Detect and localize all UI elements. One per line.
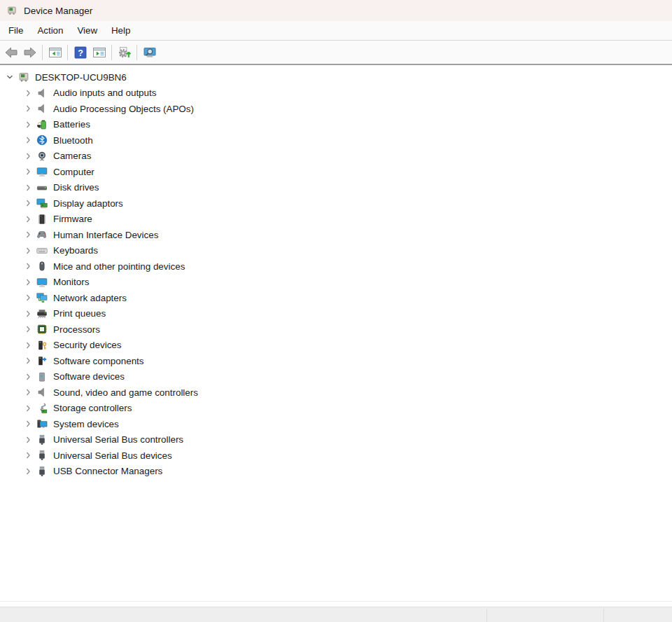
tree-item[interactable]: Audio inputs and outputs [0, 85, 672, 102]
chevron-right-icon[interactable] [21, 342, 35, 349]
chevron-right-icon[interactable] [21, 373, 35, 380]
chevron-right-icon[interactable] [21, 200, 35, 207]
usb-icon [35, 434, 49, 445]
window-bottom-edge [0, 601, 672, 607]
chevron-right-icon[interactable] [21, 184, 35, 191]
tree-item-label: Cameras [53, 151, 91, 161]
tree-item-label: Storage controllers [53, 403, 132, 413]
tree-item[interactable]: USB Connector Managers [0, 464, 672, 480]
computer-search-button[interactable] [140, 43, 159, 62]
forward-arrow-icon [23, 46, 37, 60]
tree-item[interactable]: Universal Serial Bus controllers [0, 432, 672, 448]
toolbar-separator [136, 45, 137, 60]
printer-icon [35, 307, 49, 319]
chevron-right-icon[interactable] [21, 310, 35, 317]
tree-item[interactable]: Firmware [0, 212, 672, 228]
tree-item[interactable]: Sound, video and game controllers [0, 385, 672, 401]
chevron-right-icon[interactable] [21, 279, 35, 286]
chevron-right-icon[interactable] [21, 294, 35, 301]
chevron-right-icon[interactable] [21, 137, 35, 144]
tree-item-label: Batteries [53, 119, 90, 130]
chevron-right-icon[interactable] [21, 231, 35, 238]
chevron-right-icon[interactable] [21, 247, 35, 254]
tree-item[interactable]: Storage controllers [0, 401, 672, 417]
tree-item[interactable]: Monitors [0, 275, 672, 291]
help-button[interactable] [71, 43, 90, 62]
tree-item-label: Print queues [53, 308, 106, 319]
chevron-right-icon[interactable] [21, 357, 35, 364]
tree-item[interactable]: Cameras [0, 148, 672, 165]
chevron-right-icon[interactable] [21, 168, 35, 175]
tree-item[interactable]: Disk drives [0, 180, 672, 196]
chevron-right-icon[interactable] [21, 468, 35, 475]
menu-item-help[interactable]: Help [104, 21, 137, 40]
menu-item-action[interactable]: Action [30, 21, 70, 40]
chevron-right-icon[interactable] [21, 153, 35, 160]
device-manager-app-icon [6, 5, 18, 16]
tree-item[interactable]: Network adapters [0, 290, 672, 306]
software-component-icon [35, 355, 49, 367]
titlebar[interactable]: Device Manager [0, 0, 672, 21]
tree-item-label: Disk drives [53, 182, 99, 193]
chevron-right-icon[interactable] [21, 216, 35, 223]
tree-item[interactable]: Print queues [0, 306, 672, 322]
tree-item[interactable]: Universal Serial Bus devices [0, 448, 672, 464]
chevron-right-icon[interactable] [21, 105, 35, 112]
camera-icon [35, 150, 49, 162]
software-device-icon [35, 371, 49, 382]
chevron-down-icon[interactable] [3, 74, 17, 81]
firmware-icon [35, 213, 49, 225]
window-title: Device Manager [24, 6, 92, 16]
show-action-pane-icon [92, 46, 106, 60]
status-bar-divider [486, 609, 487, 622]
tree-item-label: USB Connector Managers [53, 466, 162, 476]
chevron-right-icon[interactable] [21, 90, 35, 97]
menubar: FileActionViewHelp [0, 21, 672, 41]
tree-item[interactable]: Processors [0, 322, 672, 338]
chevron-right-icon[interactable] [21, 420, 35, 427]
speaker-icon [35, 387, 49, 399]
keyboard-icon [35, 244, 49, 256]
tree-item-label: Audio inputs and outputs [53, 88, 156, 98]
tree-item[interactable]: Keyboards [0, 243, 672, 259]
forward-arrow-button[interactable] [20, 43, 39, 62]
tree-item[interactable]: Display adaptors [0, 195, 672, 212]
chevron-right-icon[interactable] [21, 326, 35, 333]
tree-item-label: Universal Serial Bus devices [53, 450, 172, 461]
scan-hardware-changes-icon [118, 46, 132, 60]
tree-item[interactable]: Audio Processing Objects (APOs) [0, 101, 672, 117]
chevron-right-icon[interactable] [21, 263, 35, 270]
tree-item[interactable]: Software components [0, 353, 672, 369]
tree-item[interactable]: Mice and other pointing devices [0, 258, 672, 275]
tree-item-label: Processors [53, 324, 100, 335]
chevron-right-icon[interactable] [21, 121, 35, 128]
status-bar-divider [603, 609, 604, 622]
mouse-icon [35, 261, 49, 272]
tree-item[interactable]: Security devices [0, 338, 672, 354]
back-arrow-button[interactable] [1, 43, 20, 62]
chevron-right-icon[interactable] [21, 452, 35, 459]
toolbar-separator [67, 45, 68, 60]
chevron-right-icon[interactable] [21, 405, 35, 412]
tree-item[interactable]: Computer [0, 164, 672, 180]
tree-root-item[interactable]: DESKTOP-UCU9BN6 [0, 69, 672, 85]
chevron-right-icon[interactable] [21, 436, 35, 443]
menu-item-view[interactable]: View [70, 21, 104, 40]
tree-item[interactable]: System devices [0, 416, 672, 432]
show-console-tree-button[interactable] [46, 43, 64, 62]
scan-hardware-changes-button[interactable] [115, 43, 134, 62]
tree-item[interactable]: Batteries [0, 117, 672, 133]
toolbar-separator [42, 45, 43, 60]
show-action-pane-button[interactable] [90, 43, 108, 62]
menu-item-file[interactable]: File [1, 21, 30, 40]
display-adapter-icon [35, 198, 49, 209]
tree-item-label: Computer [53, 167, 94, 177]
tree-item-label: Sound, video and game controllers [53, 387, 198, 398]
device-manager-window: Device Manager FileActionViewHelp DESKTO… [0, 0, 672, 622]
tree-item[interactable]: Software devices [0, 369, 672, 385]
tree-item[interactable]: Bluetooth [0, 132, 672, 148]
tree-item-label: Security devices [53, 340, 122, 350]
tree-item[interactable]: Human Interface Devices [0, 227, 672, 243]
chevron-right-icon[interactable] [21, 389, 35, 396]
storage-icon [35, 402, 49, 414]
